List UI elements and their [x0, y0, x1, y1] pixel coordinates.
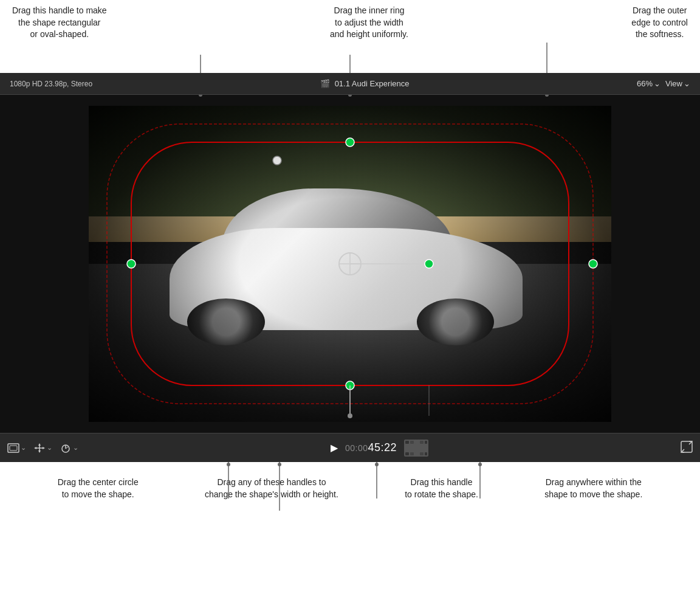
annotation-handles: Drag any of these handles to change the …: [205, 477, 338, 500]
video-player: 1080p HD 23.98p, Stereo 🎬 01.1 Audi Expe…: [0, 73, 700, 462]
svg-rect-35: [420, 452, 424, 455]
car-frame: [89, 106, 611, 422]
svg-point-43: [375, 463, 379, 466]
play-button[interactable]: ▶: [331, 442, 338, 454]
video-canvas: [0, 95, 700, 433]
video-header-controls: 66% ⌄ View ⌄: [637, 79, 690, 88]
svg-rect-32: [405, 452, 409, 455]
annotation-top-right: Drag the outer edge to control the softn…: [631, 5, 688, 41]
zoom-dropdown[interactable]: 66% ⌄: [637, 79, 661, 88]
car-scene: [89, 106, 611, 422]
svg-rect-29: [415, 441, 419, 444]
annotations-top: Drag this handle to make the shape recta…: [0, 0, 700, 73]
annotation-top-center: Drag the inner ring to adjust the width …: [330, 5, 408, 41]
svg-rect-30: [420, 441, 424, 444]
clip-icon: 🎬: [320, 79, 330, 88]
annotation-center-circle: Drag the center circle to move the shape…: [58, 477, 139, 500]
annotations-bottom: Drag the center circle to move the shape…: [0, 462, 700, 597]
car-shape: [170, 188, 523, 345]
svg-point-39: [227, 463, 230, 466]
svg-rect-33: [410, 452, 414, 455]
annotation-rotate: Drag this handle to rotate the shape.: [405, 477, 478, 500]
crop-button[interactable]: ⌄: [7, 443, 26, 453]
svg-marker-21: [34, 447, 36, 449]
svg-rect-36: [425, 452, 427, 455]
svg-marker-22: [43, 447, 45, 449]
annotation-top-left: Drag this handle to make the shape recta…: [12, 5, 107, 41]
svg-marker-19: [38, 443, 41, 446]
svg-marker-20: [38, 450, 41, 453]
svg-rect-31: [425, 441, 427, 444]
filmstrip-icon: [404, 440, 428, 457]
svg-rect-27: [405, 441, 409, 444]
video-header-bar: 1080p HD 23.98p, Stereo 🎬 01.1 Audi Expe…: [0, 73, 700, 95]
car-wheel-left: [187, 298, 265, 346]
video-title-area: 🎬 01.1 Audi Experience: [320, 79, 410, 88]
svg-rect-28: [410, 441, 414, 444]
svg-point-45: [478, 463, 482, 466]
speed-button[interactable]: ⌄: [60, 443, 78, 453]
svg-rect-34: [415, 452, 419, 455]
clip-title: 01.1 Audi Experience: [335, 79, 410, 88]
view-dropdown[interactable]: View ⌄: [665, 79, 690, 88]
video-format-label: 1080p HD 23.98p, Stereo: [10, 80, 92, 88]
timecode-display: 00:0045:22: [345, 441, 397, 454]
car-wheel-right: [417, 298, 495, 346]
transform-button[interactable]: ⌄: [33, 443, 52, 453]
expand-button[interactable]: [681, 441, 693, 455]
car-body: [149, 142, 551, 373]
svg-rect-16: [10, 446, 17, 450]
video-controls-bar: ⌄ ⌄ ⌄ ▶ 00:0045:22: [0, 433, 700, 462]
svg-point-41: [278, 463, 281, 466]
annotation-move-shape: Drag anywhere within the shape to move t…: [544, 477, 642, 500]
